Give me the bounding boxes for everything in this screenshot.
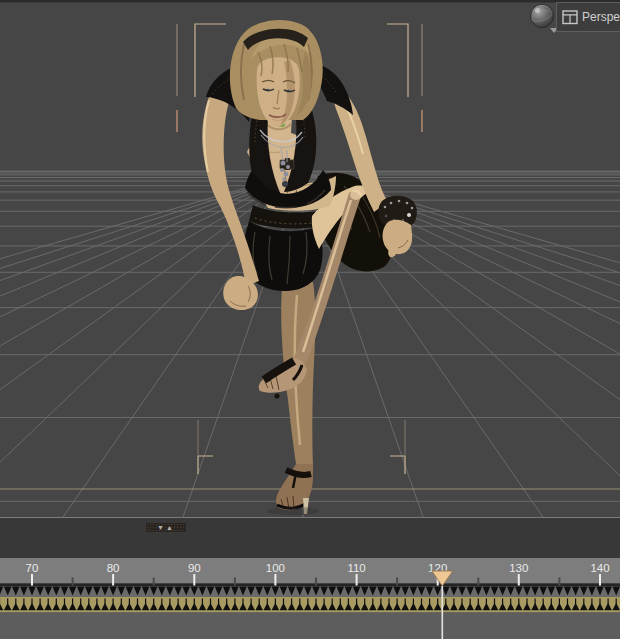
timeline-tick-major	[356, 574, 358, 586]
timeline-tick-major	[193, 574, 195, 586]
expand-up-icon: ▲	[166, 524, 175, 531]
camera-view-button[interactable]: Perspe	[556, 2, 620, 32]
timeline-frame-label: 80	[107, 562, 120, 574]
timeline-frame-label: 110	[347, 562, 365, 574]
timeline-tick-major	[112, 574, 114, 586]
timeline-tick-major	[599, 574, 601, 586]
camera-view-button-label: Perspe	[582, 10, 620, 24]
app-window: Perspe ▼ ▲ 708090100110120130140	[0, 0, 620, 639]
trackball-sphere-icon[interactable]	[531, 5, 554, 28]
timeline-tick-minor	[72, 578, 74, 586]
keyframe-row-edge	[0, 584, 620, 587]
timeline-tick-major	[274, 574, 276, 586]
timeline-frame-label: 100	[266, 562, 285, 574]
dock-strip: ▼ ▲	[0, 519, 620, 558]
timeline-frame-label: 70	[26, 562, 39, 574]
timeline-frame-label: 130	[509, 562, 528, 574]
timeline-canvas[interactable]: 708090100110120130140	[0, 558, 620, 639]
window-pane-icon	[562, 10, 578, 25]
timeline-frame-label: 140	[590, 562, 609, 574]
timeline-tick-minor	[315, 578, 317, 586]
collapse-down-icon: ▼	[157, 524, 166, 531]
timeline-tick-minor	[558, 578, 560, 586]
timeline-track-area	[0, 613, 620, 639]
viewport-3d[interactable]: Perspe	[0, 0, 620, 517]
timeline-tick-major	[31, 574, 33, 586]
viewport-canvas[interactable]	[0, 0, 620, 517]
timeline-tick-minor	[396, 578, 398, 586]
timeline-tick-minor	[234, 578, 236, 586]
timeline-tick-minor	[477, 578, 479, 586]
panel-resize-handle[interactable]: ▼ ▲	[146, 523, 186, 532]
figure-head[interactable]	[230, 20, 323, 127]
timeline-tick-minor	[153, 578, 155, 586]
timeline[interactable]: 708090100110120130140	[0, 558, 620, 639]
timeline-frame-label: 90	[188, 562, 201, 574]
timeline-tick-major	[518, 574, 520, 586]
